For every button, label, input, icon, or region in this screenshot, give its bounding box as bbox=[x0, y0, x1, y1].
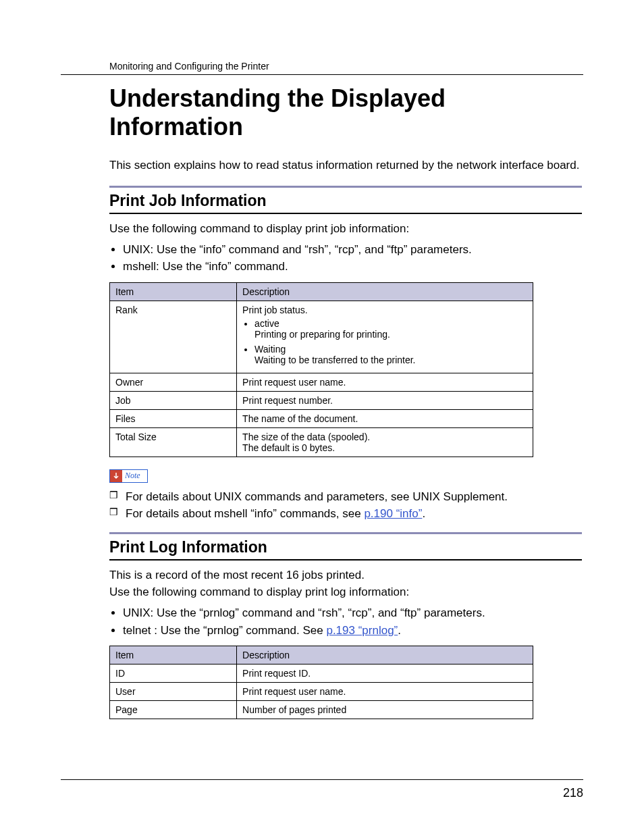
table-header-row: Item Description bbox=[110, 646, 533, 664]
col-header-description: Description bbox=[237, 282, 533, 301]
rank-intro: Print job status. bbox=[242, 305, 308, 315]
cell-item: Page bbox=[110, 701, 237, 719]
col-header-item: Item bbox=[110, 282, 237, 301]
cell-desc: Number of pages printed bbox=[237, 701, 533, 719]
cell-desc: The name of the document. bbox=[237, 409, 533, 427]
section-rule-top bbox=[109, 532, 582, 534]
intro-paragraph: This section explains how to read status… bbox=[109, 157, 582, 174]
running-header: Monitoring and Configuring the Printer bbox=[61, 61, 583, 74]
cell-desc: Print request ID. bbox=[237, 664, 533, 683]
list-item: UNIX: Use the “info” command and “rsh”, … bbox=[123, 241, 583, 259]
list-item: UNIX: Use the “prnlog” command and “rsh”… bbox=[123, 604, 583, 622]
note-list: For details about UNIX commands and para… bbox=[109, 488, 582, 523]
page-title: Understanding the Displayed Information bbox=[109, 84, 583, 141]
table-row: User Print request user name. bbox=[110, 683, 533, 701]
cell-item: Owner bbox=[110, 373, 237, 391]
header-rule bbox=[61, 74, 583, 75]
col-header-item: Item bbox=[110, 646, 237, 664]
table-row: Job Print request number. bbox=[110, 391, 533, 409]
list-item: telnet : Use the “prnlog” command. See p… bbox=[123, 622, 583, 640]
note-label: Note bbox=[122, 471, 147, 481]
page: Monitoring and Configuring the Printer U… bbox=[0, 0, 644, 834]
section1-bullet-list: UNIX: Use the “info” command and “rsh”, … bbox=[109, 241, 583, 276]
xref-link-info[interactable]: p.190 “info” bbox=[364, 507, 422, 520]
cell-item: User bbox=[110, 683, 237, 701]
cell-item: Total Size bbox=[110, 427, 237, 457]
section1-lead: Use the following command to display pri… bbox=[109, 221, 582, 237]
cell-desc: Print request user name. bbox=[237, 373, 533, 391]
cell-item: Rank bbox=[110, 301, 237, 373]
note-item: For details about UNIX commands and para… bbox=[109, 488, 582, 506]
section-heading-print-log: Print Log Information bbox=[109, 538, 583, 556]
section-rule-bottom bbox=[109, 213, 582, 214]
list-item: Waiting Waiting to be transferred to the… bbox=[254, 344, 527, 365]
table-row: ID Print request ID. bbox=[110, 664, 533, 683]
cell-desc: Print job status. active Printing or pre… bbox=[237, 301, 533, 373]
cell-item: Job bbox=[110, 391, 237, 409]
cell-desc: The size of the data (spooled). The defa… bbox=[237, 427, 533, 457]
table-header-row: Item Description bbox=[110, 282, 533, 301]
section2-para2: Use the following command to display pri… bbox=[109, 584, 582, 600]
note-item: For details about mshell “info” commands… bbox=[109, 505, 582, 523]
note-badge: Note bbox=[109, 469, 148, 483]
table-row: Owner Print request user name. bbox=[110, 373, 533, 391]
section-heading-print-job: Print Job Information bbox=[109, 192, 583, 210]
table-row: Files The name of the document. bbox=[110, 409, 533, 427]
section2-para1: This is a record of the most recent 16 j… bbox=[109, 567, 582, 583]
page-number: 218 bbox=[563, 786, 583, 800]
print-job-table: Item Description Rank Print job status. … bbox=[109, 282, 533, 457]
table-row: Total Size The size of the data (spooled… bbox=[110, 427, 533, 457]
cell-item: ID bbox=[110, 664, 237, 683]
section-rule-bottom bbox=[109, 559, 582, 561]
section2-bullet-list: UNIX: Use the “prnlog” command and “rsh”… bbox=[109, 604, 583, 639]
list-item: active Printing or preparing for printin… bbox=[254, 318, 527, 340]
print-log-table: Item Description ID Print request ID. Us… bbox=[109, 646, 533, 719]
section-rule-top bbox=[109, 186, 582, 188]
table-row: Rank Print job status. active Printing o… bbox=[110, 301, 533, 373]
cell-desc: Print request number. bbox=[237, 391, 533, 409]
footer-rule bbox=[61, 779, 583, 780]
list-item: mshell: Use the “info” command. bbox=[123, 258, 583, 276]
cell-item: Files bbox=[110, 409, 237, 427]
xref-link-prnlog[interactable]: p.193 “prnlog” bbox=[326, 624, 398, 637]
table-row: Page Number of pages printed bbox=[110, 701, 533, 719]
cell-desc: Print request user name. bbox=[237, 683, 533, 701]
arrow-down-icon bbox=[110, 470, 122, 482]
col-header-description: Description bbox=[237, 646, 533, 664]
